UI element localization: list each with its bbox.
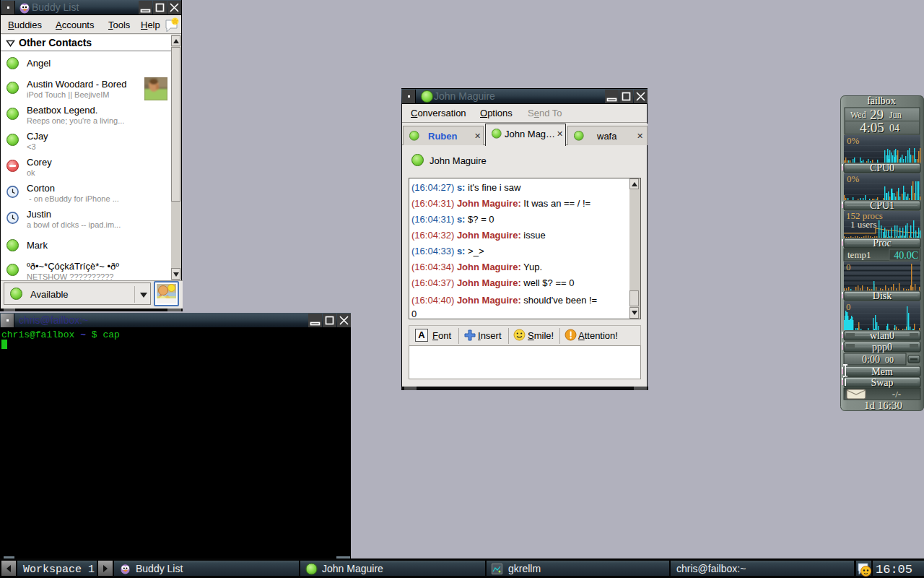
svg-text:CPU0: CPU0 xyxy=(870,163,894,173)
svg-text:-/-: -/- xyxy=(892,389,901,400)
svg-text:Proc: Proc xyxy=(873,238,892,249)
svg-text:4:05: 4:05 xyxy=(860,120,884,135)
svg-text:1d 16:30: 1d 16:30 xyxy=(864,400,902,411)
svg-text:CPU1: CPU1 xyxy=(870,200,894,211)
svg-text:0: 0 xyxy=(846,262,851,272)
svg-text:failbox: failbox xyxy=(867,95,896,106)
svg-text:Wed: Wed xyxy=(850,110,866,120)
svg-text:0: 0 xyxy=(846,301,851,312)
svg-text:0:00: 0:00 xyxy=(862,354,880,365)
svg-text:Mem: Mem xyxy=(871,366,893,377)
svg-text:Disk: Disk xyxy=(873,290,892,301)
svg-text:0%: 0% xyxy=(847,173,860,184)
svg-text:ppp0: ppp0 xyxy=(872,342,892,353)
svg-text:Jun: Jun xyxy=(889,110,902,120)
svg-text:temp1: temp1 xyxy=(847,249,871,260)
svg-text:wlan0: wlan0 xyxy=(870,330,894,341)
svg-text:1 users: 1 users xyxy=(850,219,876,230)
svg-text:00: 00 xyxy=(885,355,894,365)
svg-text:Swap: Swap xyxy=(871,377,893,388)
svg-text:40.0C: 40.0C xyxy=(894,250,918,261)
svg-text:04: 04 xyxy=(889,123,899,134)
svg-text:0%: 0% xyxy=(847,135,860,146)
